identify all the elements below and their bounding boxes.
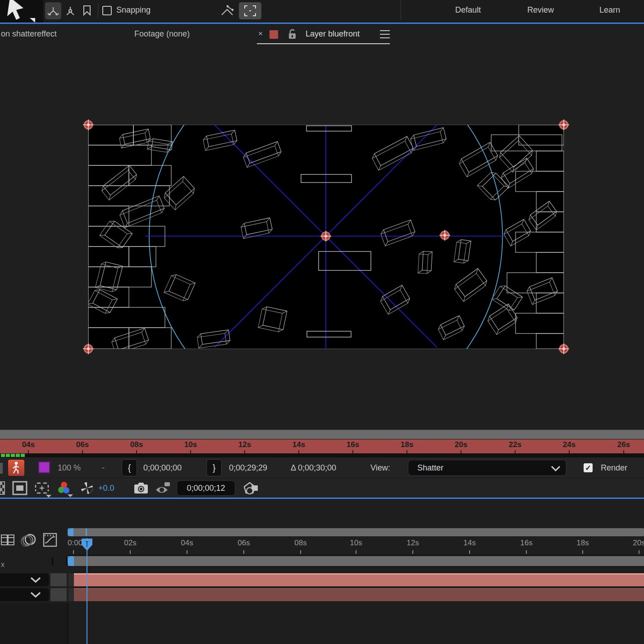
layer-row-2 xyxy=(0,588,644,602)
work-area-bar[interactable] xyxy=(68,555,644,567)
playhead-marker[interactable] xyxy=(81,538,93,552)
out-point-timecode[interactable]: 0;00;29;29 xyxy=(229,457,267,478)
in-point-timecode[interactable]: 0;00;00;00 xyxy=(143,457,182,478)
timeline-ruler-label: 14s xyxy=(463,539,475,548)
tab-close-icon[interactable]: × xyxy=(256,24,265,44)
selection-tool-button[interactable] xyxy=(0,0,43,23)
tab-layer-bluefront[interactable]: Layer bluefront xyxy=(306,24,360,44)
magnification-value[interactable]: 100 % xyxy=(58,457,81,478)
active-tab-underline xyxy=(257,43,390,44)
layer-time-ruler[interactable]: 04s06s08s10s12s14s16s18s20s22s24s26s xyxy=(0,439,644,453)
viewport-horizontal-scrollbar[interactable] xyxy=(0,429,644,439)
set-out-point-button[interactable]: } xyxy=(206,459,222,476)
view-dropdown[interactable]: Shatter xyxy=(408,460,566,476)
snapshot-camera-icon[interactable] xyxy=(134,483,148,493)
transparency-grid-icon[interactable] xyxy=(0,482,5,494)
chevron-down-icon xyxy=(551,466,561,472)
motion-blur-icon[interactable] xyxy=(22,533,36,547)
layer-2-duration-bar[interactable] xyxy=(74,588,644,601)
timeline-ruler-label: 04s xyxy=(181,539,193,548)
orbit-around-cursor-tool[interactable] xyxy=(45,2,61,19)
snap-edges-toggle[interactable] xyxy=(239,2,261,19)
timeline-ruler-tick xyxy=(243,550,244,554)
layer-1-twirl-button[interactable] xyxy=(0,573,49,586)
shatter-wireframe-preview xyxy=(0,45,644,429)
grid-guides-options-icon[interactable] xyxy=(34,481,52,497)
timeline-time-ruler[interactable]: 0:0002s04s06s08s10s12s14s16s18s20s xyxy=(68,537,644,555)
layer-1-switch-cell[interactable] xyxy=(50,573,67,586)
timeline-ruler-tick xyxy=(73,550,74,554)
mask-shape-visibility-icon[interactable] xyxy=(243,482,260,495)
snapping-checkbox[interactable] xyxy=(102,6,112,15)
navigator-start-handle[interactable] xyxy=(68,528,73,536)
ruler-label: 14s xyxy=(292,440,305,449)
layer-row-1 xyxy=(0,573,644,587)
layer-2-twirl-button[interactable] xyxy=(0,588,49,601)
workspace-default[interactable]: Default xyxy=(455,0,481,20)
timeline-ruler-label: 02s xyxy=(124,539,136,548)
render-checkbox[interactable]: ✓ xyxy=(584,463,593,472)
layer-2-switch-cell[interactable] xyxy=(50,588,67,601)
orbit-camera-pan-tool[interactable] xyxy=(79,2,95,19)
timeline-ruler-tick xyxy=(356,550,356,554)
pixel-motion-button[interactable] xyxy=(8,460,24,476)
ruler-tick xyxy=(82,450,83,453)
timeline-panel: 0:0002s04s06s08s10s12s14s16s18s20s x xyxy=(0,499,644,644)
toolbar-divider xyxy=(98,4,98,18)
work-area-start-handle[interactable] xyxy=(68,556,74,566)
timeline-ruler-label: 08s xyxy=(294,539,306,548)
ruler-label: 12s xyxy=(238,440,251,449)
tab-footage[interactable]: Footage (none) xyxy=(134,24,190,44)
exposure-value[interactable]: +0.0 xyxy=(98,479,114,498)
ruler-tick xyxy=(352,450,353,453)
layer-1-spacer xyxy=(69,573,74,586)
channel-selector-icon[interactable] xyxy=(58,481,74,497)
frame-blending-icon[interactable] xyxy=(1,533,14,547)
viewer-options-row: +0.0 0;00;00;12 xyxy=(0,479,644,498)
timeline-ruler-tick xyxy=(639,550,639,554)
toolbar: Snapping Default Review Learn xyxy=(0,0,644,23)
timeline-ruler-tick xyxy=(187,550,187,554)
ruler-tick xyxy=(461,450,461,453)
clipped-column-text: x xyxy=(1,561,5,569)
ruler-label: 04s xyxy=(22,440,35,449)
exposure-reset-icon[interactable] xyxy=(80,481,94,495)
orbit-around-scene-tool[interactable] xyxy=(62,2,78,19)
workspace-learn[interactable]: Learn xyxy=(599,0,620,20)
after-effects-window: Snapping Default Review Learn on shatter… xyxy=(0,0,644,644)
flag-tool-icon xyxy=(82,5,91,17)
timeline-navigator-bar[interactable] xyxy=(68,528,644,536)
panel-tab-bar: on shattereffect Footage (none) × Layer … xyxy=(0,24,644,45)
column-divider[interactable] xyxy=(66,557,68,566)
duration-delta-timecode: Δ 0;00;30;00 xyxy=(291,457,336,478)
cached-frame-indicator xyxy=(6,454,10,457)
region-of-interest-icon[interactable] xyxy=(13,481,27,495)
ruler-label: 22s xyxy=(509,440,521,449)
label-color-swatch[interactable] xyxy=(38,461,50,473)
lock-open-icon[interactable] xyxy=(288,29,297,40)
set-in-point-button[interactable]: { xyxy=(122,459,137,476)
graph-editor-icon[interactable] xyxy=(43,533,57,547)
ruler-tick xyxy=(569,450,570,453)
layer-viewport[interactable] xyxy=(0,45,644,429)
panel-menu-icon[interactable] xyxy=(380,30,390,38)
cached-frames-strip xyxy=(0,453,644,457)
tab-composition-shattereffect[interactable]: on shattereffect xyxy=(1,24,57,44)
current-time-field[interactable]: 0;00;00;12 xyxy=(177,480,235,496)
cached-frame-indicator xyxy=(1,454,5,457)
column-divider[interactable] xyxy=(52,557,53,566)
workspace-review[interactable]: Review xyxy=(527,0,554,20)
layer-color-swatch xyxy=(269,30,278,39)
orbit-scene-tool-icon xyxy=(64,5,76,16)
timeline-ruler-tick xyxy=(582,550,583,554)
playhead-line[interactable] xyxy=(87,538,87,644)
chevron-down-icon xyxy=(30,592,41,598)
view-dropdown-value: Shatter xyxy=(417,463,443,473)
show-snapshot-eye-icon[interactable] xyxy=(155,482,172,495)
ruler-label: 26s xyxy=(617,440,630,449)
timeline-column-divider xyxy=(67,603,69,644)
layer-1-duration-bar[interactable] xyxy=(74,573,644,586)
snap-guides-toggle[interactable] xyxy=(219,2,236,19)
separator-dash: - xyxy=(102,457,105,478)
render-label: Render xyxy=(601,457,627,478)
